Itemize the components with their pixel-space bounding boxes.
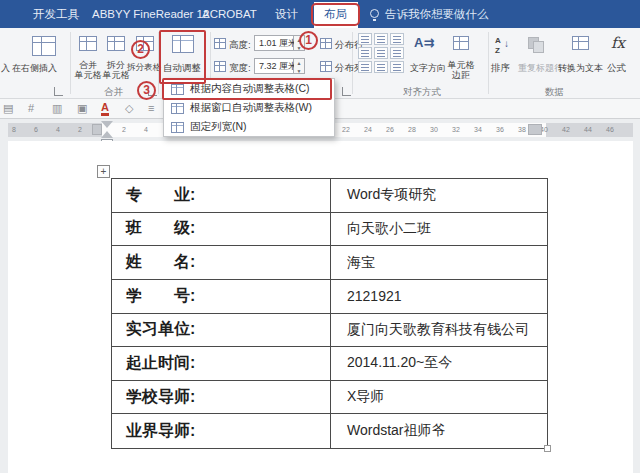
convert-to-text-button[interactable]: 转换为文本 xyxy=(558,62,603,75)
menu-item-fixed-column-width[interactable]: 固定列宽(N) xyxy=(165,118,333,136)
align-bottom-right-button[interactable] xyxy=(390,61,404,73)
align-top-right-button[interactable] xyxy=(390,33,404,45)
repeat-header-rows-icon xyxy=(533,41,544,53)
ruler-number: 30 xyxy=(428,126,440,133)
ruler-number: 2 xyxy=(74,126,86,133)
tab-design[interactable]: 设计 xyxy=(275,0,298,28)
ruler-number: 26 xyxy=(384,126,396,133)
table-cell[interactable]: 专 业: xyxy=(112,179,331,213)
tell-me-label: 告诉我你想要做什么 xyxy=(385,8,489,20)
table-cell[interactable]: 海宝 xyxy=(331,246,547,280)
autofit-contents-icon xyxy=(171,84,184,95)
distribute-rows-icon xyxy=(320,38,332,49)
column-width-icon xyxy=(214,61,226,72)
table-column-marker[interactable] xyxy=(528,124,542,135)
insert-right-button[interactable]: 在右侧插入 xyxy=(12,62,57,75)
split-cells-button[interactable]: 拆分 单元格 xyxy=(102,32,130,88)
table-cell[interactable]: 实习单位: xyxy=(112,314,331,348)
split-cells-icon xyxy=(107,36,125,51)
menu-item-label: 根据内容自动调整表格(C) xyxy=(190,82,310,96)
formula-button[interactable]: 公式 xyxy=(607,62,626,75)
grid-icon[interactable]: ▥ xyxy=(52,102,62,115)
data-group-label: 数据 xyxy=(545,86,564,99)
table-cell[interactable]: 2014.11.20~至今 xyxy=(331,347,547,381)
ruler-number: 8 xyxy=(8,126,20,133)
first-line-indent-marker[interactable] xyxy=(101,121,113,128)
group-separator xyxy=(488,32,489,94)
student-info-table[interactable]: + 专 业: Word专项研究 班 级: 向天歌小二班 姓 名: 海宝 学 号:… xyxy=(111,178,548,449)
annotation-step-3: 3 xyxy=(137,81,156,100)
paragraph-lines-icon[interactable]: ≡ xyxy=(148,102,154,114)
hanging-indent-marker[interactable] xyxy=(101,131,113,138)
ruler-number: 4 xyxy=(52,126,64,133)
rows-cols-dialog-launcher[interactable] xyxy=(54,87,63,96)
tab-layout[interactable]: 布局 xyxy=(324,0,347,28)
table-cell[interactable]: X导师 xyxy=(331,381,547,415)
align-top-center-button[interactable] xyxy=(374,33,388,45)
text-direction-button[interactable]: 文字方向 xyxy=(410,62,446,75)
shape-icon[interactable]: ◇ xyxy=(125,102,133,115)
sort-button[interactable]: 排序 xyxy=(491,62,510,75)
table-move-handle[interactable]: + xyxy=(97,165,110,178)
ruler-number: 44 xyxy=(582,126,594,133)
table-cell[interactable]: 起止时间: xyxy=(112,347,331,381)
table-cell[interactable]: 2121921 xyxy=(331,280,547,314)
table-cell[interactable]: Word专项研究 xyxy=(331,179,547,213)
align-center-button[interactable] xyxy=(374,47,388,59)
repeat-header-rows-button[interactable]: 重复标题行 xyxy=(518,62,563,75)
ruler-number: 36 xyxy=(494,126,506,133)
alignment-group-label: 对齐方式 xyxy=(403,86,441,99)
tab-acrobat[interactable]: ACROBAT xyxy=(202,0,257,28)
insert-left-button-partial[interactable]: 入 xyxy=(1,62,10,75)
table-cell[interactable]: 学校导师: xyxy=(112,381,331,415)
ruler-number: 42 xyxy=(560,126,572,133)
table-cell[interactable]: 姓 名: xyxy=(112,246,331,280)
fixed-column-width-icon xyxy=(171,122,184,133)
align-bottom-center-button[interactable] xyxy=(374,61,388,73)
font-color-icon[interactable]: A xyxy=(101,102,109,116)
left-margin-strip xyxy=(0,141,8,473)
merge-cells-button[interactable]: 合并 单元格 xyxy=(74,32,102,88)
cell-margins-button[interactable]: 单元格 边距 xyxy=(446,60,476,80)
tab-abbyy-finereader[interactable]: ABBYY FineReader 12 xyxy=(92,0,209,28)
align-bottom-left-button[interactable] xyxy=(358,61,372,73)
align-center-left-button[interactable] xyxy=(358,47,372,59)
document-page[interactable]: + 专 业: Word专项研究 班 级: 向天歌小二班 姓 名: 海宝 学 号:… xyxy=(8,141,633,473)
width-spinner[interactable]: ▲▼ xyxy=(294,58,305,74)
cell-size-dialog-launcher[interactable] xyxy=(342,87,351,96)
ruler-number: 34 xyxy=(472,126,484,133)
merge-cells-label: 单元格 xyxy=(74,70,102,80)
doc-grid-icon[interactable]: ▤ xyxy=(3,102,13,115)
align-center-right-button[interactable] xyxy=(390,47,404,59)
annotation-step-2: 2 xyxy=(131,40,150,59)
stamp-icon[interactable]: ▣ xyxy=(77,102,87,115)
table-cell[interactable]: 学 号: xyxy=(112,280,331,314)
merge-cells-icon xyxy=(79,36,97,51)
merge-cells-label: 合并 xyxy=(74,60,102,70)
tab-developer[interactable]: 开发工具 xyxy=(33,0,79,28)
ruler-number: 6 xyxy=(30,126,42,133)
menu-item-autofit-contents[interactable]: 根据内容自动调整表格(C) xyxy=(165,80,333,98)
cell-margins-label: 单元格 xyxy=(446,60,476,70)
tell-me-box[interactable]: 告诉我你想要做什么 xyxy=(370,0,489,28)
align-top-left-button[interactable] xyxy=(358,33,372,45)
ruler-number: 38 xyxy=(516,126,528,133)
lightbulb-icon xyxy=(370,9,379,18)
number-sign-icon[interactable]: # xyxy=(28,102,34,114)
menu-item-autofit-window[interactable]: 根据窗口自动调整表格(W) xyxy=(165,99,333,117)
table-cell[interactable]: 业界导师: xyxy=(112,414,331,448)
height-field[interactable]: 1.01 厘米 xyxy=(254,35,294,51)
title-bar: 开发工具 ABBYY FineReader 12 ACROBAT 设计 布局 告… xyxy=(0,0,640,28)
width-field[interactable]: 7.32 厘米 xyxy=(254,58,294,74)
table-cell[interactable]: Wordstar祖师爷 xyxy=(331,414,547,448)
autofit-window-icon xyxy=(171,103,184,114)
autofit-dropdown-menu: 根据内容自动调整表格(C) 根据窗口自动调整表格(W) 固定列宽(N) xyxy=(163,78,335,137)
ruler-number: 28 xyxy=(406,126,418,133)
table-cell[interactable]: 向天歌小二班 xyxy=(331,213,547,247)
table-cell[interactable]: 班 级: xyxy=(112,213,331,247)
cell-margins-icon xyxy=(453,36,469,50)
table-resize-handle[interactable] xyxy=(544,445,551,452)
table-cell[interactable]: 厦门向天歌教育科技有钱公司 xyxy=(331,314,547,348)
distribute-cols-icon xyxy=(320,61,332,72)
insert-right-icon xyxy=(32,36,56,56)
